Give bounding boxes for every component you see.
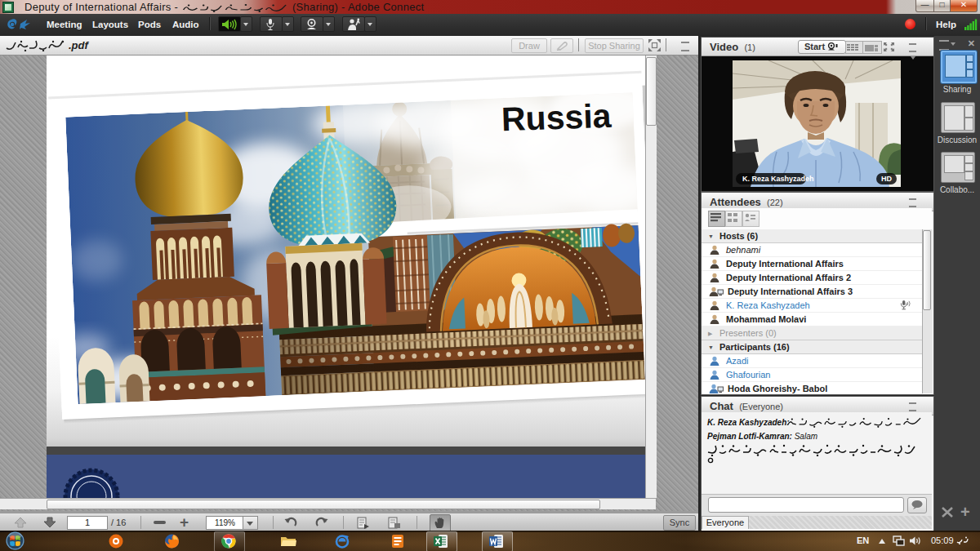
svg-text:K. Reza Kashyzadeh: K. Reza Kashyzadeh: [742, 175, 814, 183]
svg-text:HD: HD: [881, 175, 892, 183]
